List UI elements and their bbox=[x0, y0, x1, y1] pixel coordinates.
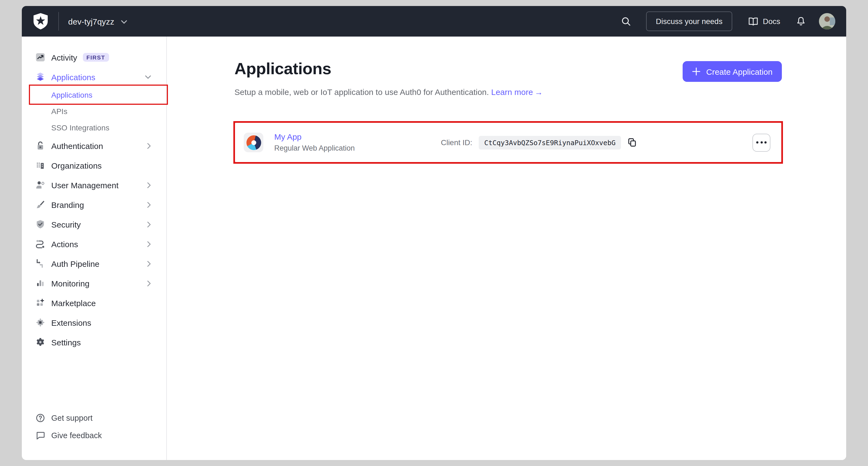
sidebar-item-activity[interactable]: Activity FIRST bbox=[22, 48, 166, 67]
page-title: Applications bbox=[235, 59, 543, 78]
sidebar-item-applications[interactable]: Applications bbox=[22, 67, 166, 87]
application-row: My App Regular Web Application Client ID… bbox=[235, 122, 782, 163]
chevron-down-icon bbox=[121, 20, 127, 24]
sidebar-item-label: Extensions bbox=[51, 318, 91, 327]
sidebar-item-branding[interactable]: Branding bbox=[22, 195, 166, 214]
sidebar-item-auth-pipeline[interactable]: Auth Pipeline bbox=[22, 254, 166, 273]
sidebar-subitem-label: Applications bbox=[51, 91, 92, 99]
sidebar-item-label: Marketplace bbox=[51, 298, 96, 308]
topbar-divider bbox=[58, 12, 59, 31]
activity-chart-icon bbox=[35, 52, 45, 62]
sidebar-item-security[interactable]: Security bbox=[22, 214, 166, 234]
lock-icon bbox=[35, 141, 45, 151]
bar-chart-icon bbox=[35, 278, 45, 288]
plus-icon bbox=[692, 67, 701, 76]
sidebar-item-authentication[interactable]: Authentication bbox=[22, 136, 166, 155]
application-actions-menu-button[interactable] bbox=[752, 134, 770, 151]
application-name-link[interactable]: My App bbox=[274, 132, 355, 142]
sidebar-footer: Get support Give feedback bbox=[22, 410, 166, 444]
sidebar: Activity FIRST Applications bbox=[22, 36, 167, 460]
top-navbar: dev-tyj7qyzz Discuss your needs bbox=[22, 6, 846, 36]
organization-building-icon bbox=[35, 161, 45, 170]
page-subtitle: Setup a mobile, web or IoT application t… bbox=[235, 87, 543, 98]
chevron-down-icon bbox=[145, 75, 151, 79]
docs-label: Docs bbox=[763, 17, 780, 26]
chevron-right-icon bbox=[147, 202, 151, 208]
client-id-value: CtCqy3AvbQZSo7sE9RiynaPuiXOxvebG bbox=[479, 136, 621, 149]
footer-item-label: Give feedback bbox=[51, 431, 102, 440]
chip-icon bbox=[35, 318, 45, 327]
discuss-your-needs-button[interactable]: Discuss your needs bbox=[646, 11, 732, 31]
user-gear-icon bbox=[35, 180, 45, 190]
pipeline-icon bbox=[35, 259, 45, 268]
sidebar-item-marketplace[interactable]: Marketplace bbox=[22, 293, 166, 313]
sidebar-item-label: Authentication bbox=[51, 141, 103, 150]
book-icon bbox=[748, 17, 758, 26]
client-id-label: Client ID: bbox=[441, 138, 472, 147]
sidebar-subitem-applications[interactable]: Applications bbox=[22, 87, 166, 103]
sidebar-item-label: Activity bbox=[51, 53, 77, 62]
sidebar-item-label: Security bbox=[51, 220, 81, 229]
notifications-bell-icon[interactable] bbox=[796, 16, 806, 26]
shield-check-icon bbox=[35, 220, 45, 229]
sidebar-item-user-management[interactable]: User Management bbox=[22, 175, 166, 195]
sidebar-subitem-apis[interactable]: APIs bbox=[22, 103, 166, 119]
gear-icon bbox=[35, 337, 45, 347]
paintbrush-icon bbox=[35, 200, 45, 209]
grid-plus-icon bbox=[35, 298, 45, 308]
sidebar-item-settings[interactable]: Settings bbox=[22, 332, 166, 352]
main-content: Applications Setup a mobile, web or IoT … bbox=[167, 36, 846, 460]
sidebar-item-extensions[interactable]: Extensions bbox=[22, 313, 166, 332]
docs-link[interactable]: Docs bbox=[748, 17, 780, 26]
sidebar-subitem-sso-integrations[interactable]: SSO Integrations bbox=[22, 119, 166, 136]
sidebar-item-actions[interactable]: Actions bbox=[22, 234, 166, 254]
learn-more-link[interactable]: Learn more bbox=[491, 87, 533, 96]
application-type: Regular Web Application bbox=[274, 144, 355, 153]
copy-icon[interactable] bbox=[627, 138, 637, 147]
footer-item-label: Get support bbox=[51, 414, 93, 423]
give-feedback-link[interactable]: Give feedback bbox=[22, 427, 166, 444]
create-application-label: Create Application bbox=[706, 67, 773, 76]
sidebar-item-label: Settings bbox=[51, 338, 81, 347]
sidebar-subitem-label: APIs bbox=[51, 107, 67, 116]
sidebar-item-monitoring[interactable]: Monitoring bbox=[22, 273, 166, 293]
auth0-logo-icon[interactable] bbox=[33, 13, 48, 29]
chevron-right-icon bbox=[147, 241, 151, 247]
page: dev-tyj7qyzz Discuss your needs bbox=[0, 0, 868, 466]
subtitle-text: Setup a mobile, web or IoT application t… bbox=[235, 87, 489, 96]
sidebar-item-label: Auth Pipeline bbox=[51, 259, 99, 268]
chevron-right-icon bbox=[147, 221, 151, 227]
create-application-button[interactable]: Create Application bbox=[683, 61, 782, 82]
user-avatar[interactable] bbox=[819, 13, 835, 29]
application-logo bbox=[244, 133, 264, 152]
help-circle-icon bbox=[35, 413, 45, 423]
arrow-right-icon: → bbox=[535, 87, 543, 96]
chevron-right-icon bbox=[147, 280, 151, 286]
tenant-switcher[interactable]: dev-tyj7qyzz bbox=[68, 17, 127, 26]
chat-bubble-icon bbox=[35, 431, 45, 440]
chevron-right-icon bbox=[147, 261, 151, 267]
application-identity: My App Regular Web Application bbox=[244, 132, 355, 153]
sidebar-item-label: Monitoring bbox=[51, 279, 89, 288]
sidebar-item-label: Actions bbox=[51, 239, 78, 249]
app-swirl-icon bbox=[246, 135, 261, 150]
sidebar-item-label: User Management bbox=[51, 180, 119, 190]
layers-icon bbox=[35, 72, 45, 82]
sidebar-item-label: Applications bbox=[51, 72, 95, 82]
chevron-right-icon bbox=[147, 182, 151, 188]
annotation-box-sidebar bbox=[29, 85, 168, 105]
sidebar-item-label: Organizations bbox=[51, 161, 102, 170]
sidebar-item-organizations[interactable]: Organizations bbox=[22, 155, 166, 175]
search-icon[interactable] bbox=[621, 16, 631, 26]
sidebar-subitem-label: SSO Integrations bbox=[51, 123, 109, 132]
get-support-link[interactable]: Get support bbox=[22, 410, 166, 426]
sidebar-item-label: Branding bbox=[51, 200, 84, 209]
first-badge: FIRST bbox=[83, 53, 109, 62]
tenant-name: dev-tyj7qyzz bbox=[68, 17, 114, 26]
topbar-actions: Discuss your needs Docs bbox=[621, 11, 835, 31]
chevron-right-icon bbox=[147, 143, 151, 149]
app-window: dev-tyj7qyzz Discuss your needs bbox=[22, 6, 846, 460]
client-id-group: Client ID: CtCqy3AvbQZSo7sE9RiynaPuiXOxv… bbox=[441, 136, 637, 149]
flow-connector-icon bbox=[35, 239, 45, 249]
